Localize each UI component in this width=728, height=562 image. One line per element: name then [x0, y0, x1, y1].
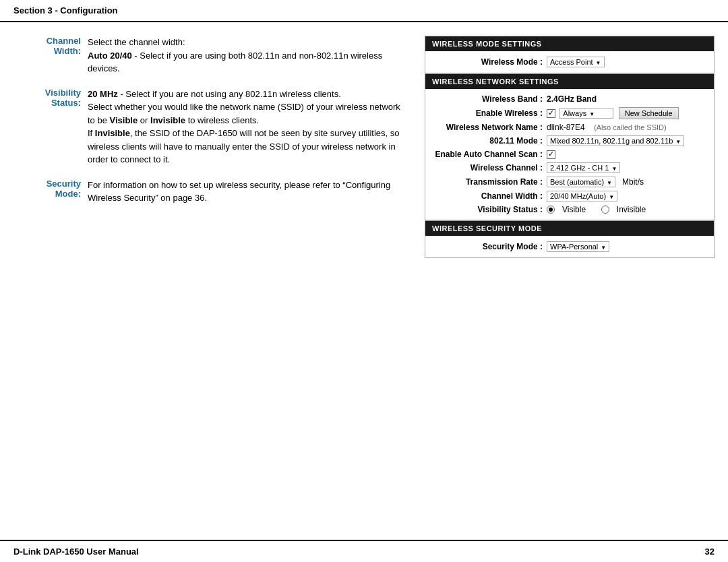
wireless-mode-value: Access Point: [547, 57, 707, 67]
wireless-network-body: Wireless Band : 2.4GHz Band Enable Wirel…: [425, 89, 714, 220]
mode-value: Mixed 802.11n, 802.11g and 802.11b: [547, 135, 707, 146]
channel-width-select[interactable]: 20/40 MHz(Auto): [547, 191, 617, 201]
footer-right: 32: [705, 547, 715, 557]
visibility-status-value: Visible Invisible: [547, 205, 707, 214]
security-labels: Security Mode:: [13, 179, 88, 205]
channel-label-bottom: Width:: [13, 46, 81, 56]
wireless-security-body: Security Mode : WPA-Personal: [425, 236, 714, 257]
header-title: Section 3 - Configuration: [13, 5, 118, 15]
channel-select[interactable]: 2.412 GHz - CH 1: [547, 162, 620, 173]
security-label-top: Security: [13, 179, 81, 189]
channel-entry: Channel Width: Select the channel width:…: [13, 36, 404, 75]
network-name-row: Wireless Network Name : dlink-87E4 (Also…: [432, 123, 707, 132]
network-name-label: Wireless Network Name :: [432, 123, 547, 132]
band-value: 2.4GHz Band: [547, 94, 707, 104]
auto-channel-row: Enable Auto Channel Scan :: [432, 150, 707, 159]
wireless-mode-header: WIRELESS MODE SETTINGS: [425, 36, 714, 51]
security-mode-value: WPA-Personal: [547, 241, 707, 252]
auto-channel-value: [547, 150, 707, 159]
enable-wireless-label: Enable Wireless :: [432, 108, 547, 118]
tx-rate-row: Transmission Rate : Best (automatic) Mbi…: [432, 177, 707, 187]
enable-wireless-checkbox[interactable]: [547, 109, 555, 118]
ssid-value: dlink-87E4: [547, 123, 585, 132]
security-mode-row: Security Mode : WPA-Personal: [432, 241, 707, 252]
tx-rate-select[interactable]: Best (automatic): [547, 177, 615, 187]
mode-select[interactable]: Mixed 802.11n, 802.11g and 802.11b: [547, 135, 684, 146]
wireless-mode-select[interactable]: Access Point: [547, 57, 605, 67]
invisible-radio[interactable]: [601, 206, 609, 214]
visibility-entry: Visibility Status: 20 MHz - Select if yo…: [13, 88, 404, 166]
security-mode-label: Security Mode :: [432, 242, 547, 251]
network-name-value: dlink-87E4 (Also called the SSID): [547, 123, 707, 132]
channel-row-value: 2.412 GHz - CH 1: [547, 162, 707, 173]
enable-wireless-row: Enable Wireless : Always New Schedule: [432, 107, 707, 119]
wireless-mode-label: Wireless Mode :: [432, 57, 547, 67]
tx-rate-unit: Mbit/s: [622, 177, 644, 187]
wireless-security-header: WIRELESS SECURITY MODE: [425, 221, 714, 236]
visibility-labels: Visibility Status:: [13, 88, 88, 166]
visibility-status-label: Visibility Status :: [432, 205, 547, 214]
visibility-text: 20 MHz - Select if you are not using any…: [88, 88, 404, 166]
security-entry: Security Mode: For information on how to…: [13, 179, 404, 205]
visible-label: Visible: [562, 205, 586, 214]
mode-row: 802.11 Mode : Mixed 802.11n, 802.11g and…: [432, 135, 707, 146]
security-text: For information on how to set up wireles…: [88, 179, 404, 205]
band-label: Wireless Band :: [432, 94, 547, 104]
wireless-security-panel: WIRELESS SECURITY MODE Security Mode : W…: [425, 220, 715, 258]
footer-left: D-Link DAP-1650 User Manual: [13, 547, 139, 557]
channel-width-value: 20/40 MHz(Auto): [547, 191, 707, 201]
channel-width-row: Channel Width : 20/40 MHz(Auto): [432, 191, 707, 201]
mode-label: 802.11 Mode :: [432, 136, 547, 146]
channel-width-label: Channel Width :: [432, 191, 547, 201]
enable-wireless-dropdown[interactable]: Always: [559, 108, 613, 119]
visible-radio[interactable]: [547, 206, 555, 214]
invisible-label: Invisible: [617, 205, 646, 214]
wireless-mode-row: Wireless Mode : Access Point: [432, 57, 707, 67]
tx-rate-label: Transmission Rate :: [432, 177, 547, 187]
tx-rate-value: Best (automatic) Mbit/s: [547, 177, 707, 187]
channel-row: Wireless Channel : 2.412 GHz - CH 1: [432, 162, 707, 173]
wireless-mode-panel: WIRELESS MODE SETTINGS Wireless Mode : A…: [425, 36, 715, 73]
also-called: (Also called the SSID): [594, 123, 667, 131]
right-column: WIRELESS MODE SETTINGS Wireless Mode : A…: [425, 36, 715, 258]
channel-row-label: Wireless Channel :: [432, 163, 547, 173]
band-row: Wireless Band : 2.4GHz Band: [432, 94, 707, 104]
wireless-network-header: WIRELESS NETWORK SETTINGS: [425, 74, 714, 89]
security-mode-select[interactable]: WPA-Personal: [547, 241, 609, 252]
visibility-status-row: Visibility Status : Visible Invisible: [432, 205, 707, 214]
channel-labels: Channel Width:: [13, 36, 88, 75]
wireless-network-panel: WIRELESS NETWORK SETTINGS Wireless Band …: [425, 73, 715, 220]
auto-channel-label: Enable Auto Channel Scan :: [432, 150, 547, 159]
security-label-bottom: Mode:: [13, 189, 81, 199]
channel-text: Select the channel width: Auto 20/40 - S…: [88, 36, 404, 75]
visibility-label-bottom: Status:: [13, 98, 81, 108]
enable-wireless-value: Always New Schedule: [547, 107, 707, 119]
band-value-text: 2.4GHz Band: [547, 94, 597, 104]
new-schedule-button[interactable]: New Schedule: [619, 107, 679, 119]
channel-label-top: Channel: [13, 36, 81, 46]
visibility-label-top: Visibility: [13, 88, 81, 98]
main-content: Channel Width: Select the channel width:…: [0, 22, 728, 272]
wireless-mode-body: Wireless Mode : Access Point: [425, 51, 714, 73]
page-header: Section 3 - Configuration: [0, 0, 728, 22]
page-footer: D-Link DAP-1650 User Manual 32: [0, 540, 728, 562]
left-column: Channel Width: Select the channel width:…: [13, 36, 411, 258]
auto-channel-checkbox[interactable]: [547, 150, 555, 159]
